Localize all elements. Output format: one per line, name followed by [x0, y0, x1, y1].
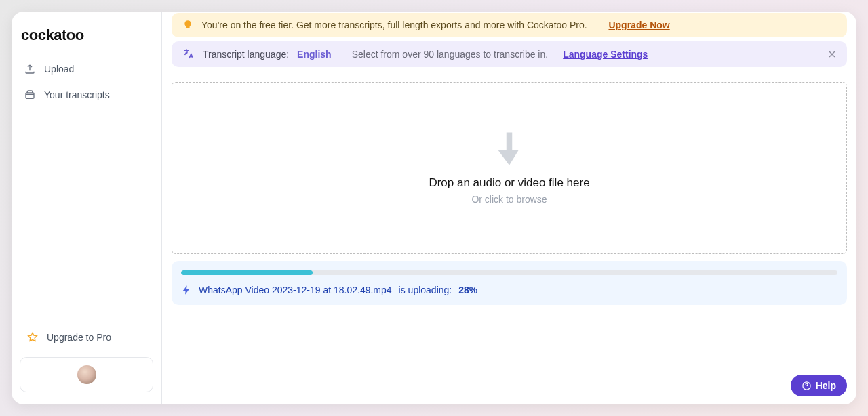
- sidebar-nav: Upload Your transcripts: [17, 56, 156, 326]
- translate-icon: [182, 48, 195, 60]
- star-icon: [26, 331, 39, 344]
- account-menu[interactable]: [20, 357, 153, 392]
- sidebar-item-upload[interactable]: Upload: [17, 56, 156, 82]
- close-icon[interactable]: [827, 49, 837, 60]
- upload-filename: WhatsApp Video 2023-12-19 at 18.02.49.mp…: [199, 285, 392, 295]
- app-window: cockatoo Upload Your transcripts Upgr: [12, 12, 856, 404]
- language-hint: Select from over 90 languages to transcr…: [352, 49, 549, 60]
- sidebar-item-label: Your transcripts: [44, 89, 110, 100]
- progress-fill: [181, 270, 313, 275]
- upload-status-row: WhatsApp Video 2023-12-19 at 18.02.49.mp…: [181, 285, 837, 295]
- upload-percent: 28%: [458, 285, 477, 295]
- upgrade-now-link[interactable]: Upgrade Now: [608, 20, 669, 30]
- svg-rect-0: [26, 93, 34, 98]
- upgrade-label: Upgrade to Pro: [47, 332, 111, 343]
- language-banner: Transcript language: English Select from…: [172, 41, 847, 67]
- help-button[interactable]: Help: [791, 375, 847, 396]
- upload-progress-panel: WhatsApp Video 2023-12-19 at 18.02.49.mp…: [172, 261, 847, 305]
- help-icon: [802, 381, 812, 391]
- free-tier-text: You're on the free tier. Get more transc…: [201, 20, 587, 30]
- upload-status-text: is uploading:: [399, 285, 452, 295]
- sidebar-item-transcripts[interactable]: Your transcripts: [17, 82, 156, 108]
- sidebar: cockatoo Upload Your transcripts Upgr: [12, 12, 162, 404]
- bolt-icon: [181, 285, 192, 295]
- language-label: Transcript language:: [203, 49, 289, 60]
- progress-bar: [181, 270, 837, 275]
- sidebar-item-label: Upload: [44, 64, 74, 75]
- upload-icon: [24, 63, 36, 75]
- lightbulb-icon: [182, 20, 193, 30]
- dropzone-title: Drop an audio or video file here: [429, 176, 589, 190]
- sidebar-bottom: Upgrade to Pro: [17, 326, 156, 392]
- dropzone-subtitle: Or click to browse: [471, 194, 547, 205]
- inbox-icon: [24, 89, 36, 101]
- language-settings-link[interactable]: Language Settings: [563, 49, 648, 60]
- language-value: English: [297, 49, 332, 60]
- help-label: Help: [816, 380, 836, 391]
- drop-arrow-icon: [498, 131, 521, 168]
- avatar: [77, 365, 96, 384]
- free-tier-banner: You're on the free tier. Get more transc…: [172, 13, 847, 37]
- main-content: You're on the free tier. Get more transc…: [162, 12, 856, 404]
- brand-logo: cockatoo: [17, 24, 156, 56]
- file-dropzone[interactable]: Drop an audio or video file here Or clic…: [172, 82, 847, 254]
- upgrade-to-pro-link[interactable]: Upgrade to Pro: [20, 326, 153, 349]
